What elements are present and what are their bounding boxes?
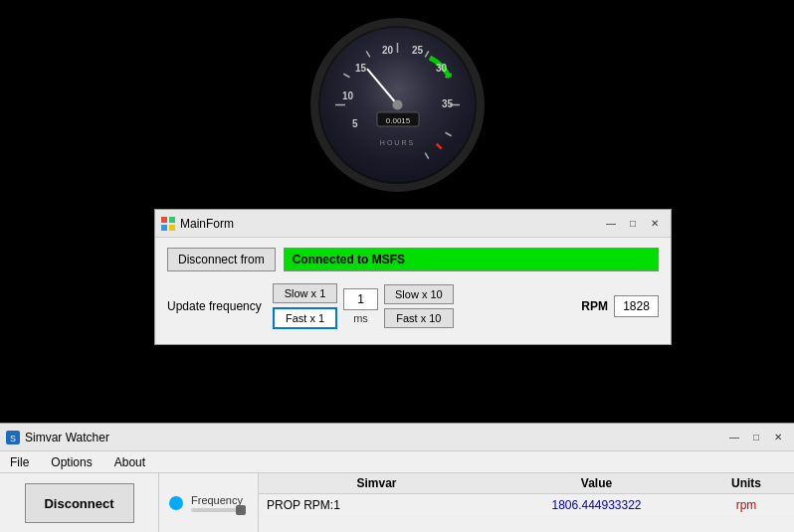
svg-line-17 (366, 69, 397, 104)
main-form-window: MainForm — □ ✕ Disconnect from Connected… (154, 209, 672, 345)
simvar-body: Disconnect Frequency Simvar Value Units … (0, 473, 794, 532)
ms-input[interactable] (343, 288, 378, 310)
simvar-table: Simvar Value Units PROP RPM:1 1806.44493… (259, 473, 794, 532)
svg-text:25: 25 (412, 45, 424, 56)
menu-about[interactable]: About (108, 453, 151, 471)
simvar-watcher-window: S Simvar Watcher — □ ✕ File Options Abou… (0, 423, 794, 532)
table-row: PROP RPM:1 1806.444933322 rpm (259, 494, 794, 517)
simvar-value: 1806.444933322 (487, 498, 706, 512)
svg-line-9 (436, 143, 441, 148)
disconnect-button[interactable]: Disconnect (25, 483, 134, 523)
rpm-area: RPM 1828 (581, 295, 659, 317)
main-form-titlebar: MainForm — □ ✕ (155, 210, 671, 238)
fast-x10-button[interactable]: Fast x 10 (384, 308, 454, 328)
svg-text:10: 10 (342, 90, 354, 101)
black-right (672, 209, 794, 423)
slow-x1-button[interactable]: Slow x 1 (273, 283, 337, 303)
app-icon (161, 217, 175, 231)
main-form-content: Disconnect from Connected to MSFS Update… (155, 238, 671, 344)
freq-right-buttons: Slow x 10 Fast x 10 (384, 284, 454, 328)
gauge-circle: 5 10 15 20 25 30 35 0.0015 HOURS (310, 18, 485, 192)
close-button[interactable]: ✕ (645, 215, 665, 233)
ms-label: ms (353, 312, 368, 324)
disconnect-from-button[interactable]: Disconnect from (167, 248, 276, 271)
svg-text:35: 35 (442, 98, 454, 109)
titlebar-left: MainForm (161, 217, 234, 231)
frequency-slider-area: Frequency (191, 494, 246, 512)
frequency-slider[interactable] (191, 508, 246, 512)
gauge-inner: 5 10 15 20 25 30 35 0.0015 HOURS (320, 28, 475, 182)
frequency-slider-thumb (236, 505, 246, 515)
table-header: Simvar Value Units (259, 473, 794, 494)
rpm-value: 1828 (614, 295, 659, 317)
svg-text:S: S (10, 434, 16, 443)
svg-line-7 (445, 132, 451, 136)
fast-x1-button[interactable]: Fast x 1 (273, 307, 337, 329)
simvar-titlebar: S Simvar Watcher — □ ✕ (0, 424, 794, 451)
rpm-label: RPM (581, 299, 608, 313)
frequency-row: Update frequency Slow x 1 Fast x 1 ms Sl… (167, 283, 659, 329)
svg-point-18 (392, 99, 402, 109)
svg-text:30: 30 (436, 63, 448, 74)
col-units: Units (706, 476, 786, 490)
svg-rect-24 (161, 225, 167, 231)
simvar-app-icon: S (6, 431, 20, 444)
simvar-controls: — □ ✕ (724, 429, 788, 446)
svg-line-4 (425, 51, 429, 57)
maximize-button[interactable]: □ (623, 215, 643, 233)
gauge-area: 5 10 15 20 25 30 35 0.0015 HOURS (0, 0, 794, 209)
col-value: Value (487, 476, 706, 490)
simvar-title: Simvar Watcher (25, 431, 109, 444)
connection-status: Connected to MSFS (284, 248, 659, 271)
svg-line-1 (343, 74, 349, 78)
freq-left-buttons: Slow x 1 Fast x 1 (273, 283, 337, 329)
svg-text:0.0015: 0.0015 (385, 116, 410, 125)
simvar-maximize-button[interactable]: □ (746, 429, 766, 446)
connect-row: Disconnect from Connected to MSFS (167, 248, 659, 271)
menu-options[interactable]: Options (45, 453, 98, 471)
freq-input-area: ms (343, 288, 378, 324)
svg-rect-22 (161, 217, 167, 223)
simvar-left-panel: Disconnect (0, 473, 159, 532)
simvar-name: PROP RPM:1 (267, 498, 487, 512)
slow-x10-button[interactable]: Slow x 10 (384, 284, 454, 304)
frequency-indicator (169, 496, 183, 510)
svg-text:20: 20 (382, 45, 394, 56)
main-form-title: MainForm (180, 217, 234, 231)
simvar-mid-panel: Frequency (159, 473, 259, 532)
simvar-titlebar-left: S Simvar Watcher (6, 431, 109, 444)
simvar-close-button[interactable]: ✕ (768, 429, 788, 446)
svg-rect-25 (169, 225, 175, 231)
black-left (0, 209, 154, 423)
svg-text:5: 5 (352, 118, 358, 129)
col-simvar: Simvar (267, 476, 487, 490)
simvar-unit: rpm (706, 498, 786, 512)
simvar-menubar: File Options About (0, 451, 794, 473)
minimize-button[interactable]: — (601, 215, 621, 233)
frequency-label: Update frequency (167, 299, 267, 313)
titlebar-controls: — □ ✕ (601, 215, 665, 233)
svg-rect-23 (169, 217, 175, 223)
svg-line-2 (366, 51, 370, 57)
svg-text:HOURS: HOURS (379, 139, 414, 146)
svg-text:15: 15 (355, 63, 367, 74)
simvar-minimize-button[interactable]: — (724, 429, 744, 446)
menu-file[interactable]: File (4, 453, 35, 471)
svg-line-8 (425, 152, 429, 158)
